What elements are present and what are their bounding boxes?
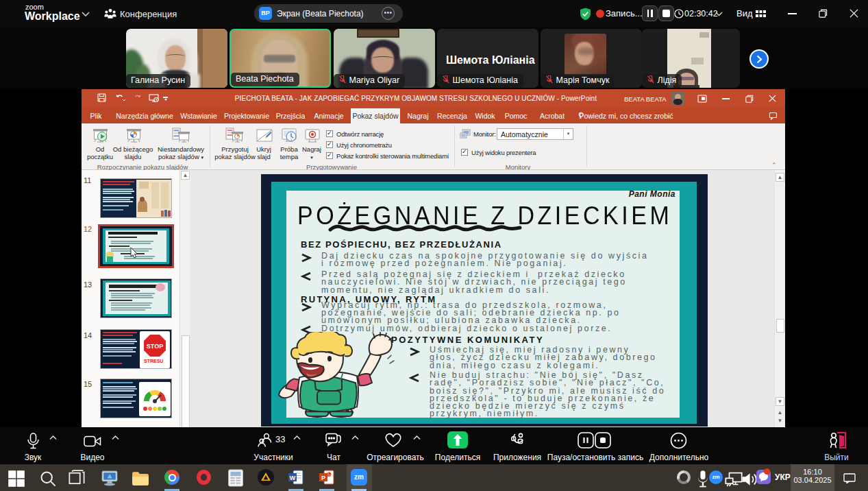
svg-text:P: P [321, 475, 325, 481]
svg-text:W: W [290, 475, 296, 481]
svg-text:STOP: STOP [147, 343, 163, 350]
